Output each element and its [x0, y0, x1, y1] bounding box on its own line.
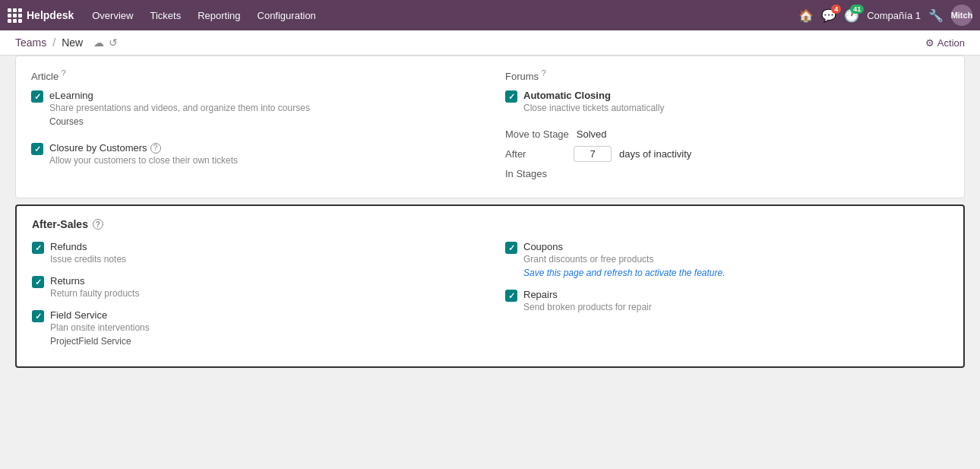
- closure-desc: Allow your customers to close their own …: [49, 155, 238, 166]
- nav-configuration[interactable]: Configuration: [250, 7, 324, 24]
- breadcrumb-separator: /: [52, 36, 55, 49]
- in-stages-label: In Stages: [505, 168, 566, 179]
- in-stages-row: In Stages: [505, 168, 949, 179]
- cloud-upload-icon[interactable]: ☁: [93, 36, 104, 49]
- field-service-label: Field Service: [50, 309, 150, 321]
- coupons-row: Coupons Grant discounts or free products…: [505, 241, 948, 278]
- elearning-label: eLearning: [49, 90, 310, 101]
- field-service-desc: Plan onsite interventions: [50, 322, 150, 333]
- field-service-sub: ProjectField Service: [50, 336, 150, 347]
- company-name: Compañía 1: [867, 10, 921, 21]
- coupons-desc: Grant discounts or free products: [523, 254, 726, 265]
- closure-label: Closure by Customers: [49, 142, 147, 154]
- messages-badge: 4: [831, 5, 841, 14]
- field-service-checkbox[interactable]: [32, 310, 44, 322]
- article-help-icon[interactable]: ?: [62, 68, 66, 78]
- grid-icon: [8, 8, 22, 23]
- messages-icon-btn[interactable]: 💬 4: [821, 8, 836, 23]
- after-sales-help-icon[interactable]: ?: [93, 219, 103, 230]
- returns-desc: Return faulty products: [50, 288, 139, 299]
- elearning-row: eLearning Share presentations and videos…: [31, 90, 475, 127]
- activity-badge: 41: [850, 5, 864, 14]
- move-to-stage-label: Move to Stage: [505, 128, 569, 140]
- repairs-row: Repairs Send broken products for repair: [505, 289, 948, 312]
- breadcrumb-teams[interactable]: Teams: [15, 36, 46, 49]
- after-label: After: [505, 148, 566, 160]
- after-sales-left: Refunds Issue credits notes Returns Retu…: [32, 241, 475, 354]
- refunds-label: Refunds: [50, 241, 126, 252]
- activity-icon-btn[interactable]: 🕐 41: [844, 8, 859, 23]
- auto-closing-checkbox[interactable]: [505, 90, 517, 103]
- app-name: Helpdesk: [27, 9, 74, 21]
- closure-row: Closure by Customers ? Allow your custom…: [31, 142, 475, 166]
- left-panel: Article ? eLearning Share presentations …: [31, 68, 475, 185]
- forums-label: Forums: [505, 71, 539, 82]
- move-to-stage-value: Solved: [577, 128, 607, 140]
- elearning-sub: Courses: [49, 116, 310, 127]
- nav-reporting[interactable]: Reporting: [190, 7, 248, 24]
- top-navigation: Helpdesk Overview Tickets Reporting Conf…: [0, 0, 980, 30]
- action-menu[interactable]: ⚙ Action: [925, 37, 965, 49]
- right-panel: Forums ? Automatic Closing Close inactiv…: [505, 68, 949, 185]
- days-of-inactivity-text: days of inactivity: [619, 148, 691, 160]
- breadcrumb-current: New: [62, 36, 83, 49]
- coupons-label: Coupons: [523, 241, 726, 252]
- action-label: Action: [937, 37, 965, 49]
- auto-closing-row: Automatic Closing Close inactive tickets…: [505, 90, 949, 121]
- repairs-label: Repairs: [523, 289, 652, 300]
- app-logo[interactable]: Helpdesk: [8, 8, 74, 23]
- coupons-checkbox[interactable]: [505, 242, 517, 254]
- repairs-desc: Send broken products for repair: [523, 302, 652, 312]
- refunds-row: Refunds Issue credits notes: [32, 241, 475, 265]
- forums-help-icon[interactable]: ?: [542, 68, 546, 78]
- avatar[interactable]: Mitch: [951, 5, 972, 26]
- after-sales-right: Coupons Grant discounts or free products…: [505, 241, 948, 354]
- returns-label: Returns: [50, 275, 139, 287]
- article-label: Article: [31, 71, 58, 82]
- after-sales-title: After-Sales ?: [32, 218, 948, 230]
- nav-overview[interactable]: Overview: [84, 7, 141, 24]
- days-input[interactable]: [574, 146, 612, 162]
- refresh-icon[interactable]: ↺: [109, 36, 118, 49]
- refunds-desc: Issue credits notes: [50, 254, 126, 265]
- auto-closing-title: Automatic Closing: [523, 90, 664, 101]
- top-section: Article ? eLearning Share presentations …: [15, 55, 965, 198]
- repairs-checkbox[interactable]: [505, 290, 517, 302]
- elearning-desc: Share presentations and videos, and orga…: [49, 103, 310, 113]
- returns-checkbox[interactable]: [32, 276, 44, 288]
- nav-tickets[interactable]: Tickets: [142, 7, 188, 24]
- breadcrumb-bar: Teams / New ☁ ↺ ⚙ Action: [0, 30, 980, 55]
- move-to-stage-row: Move to Stage Solved: [505, 128, 949, 140]
- closure-checkbox[interactable]: [31, 143, 43, 155]
- elearning-checkbox[interactable]: [31, 90, 43, 103]
- after-days-row: After days of inactivity: [505, 146, 949, 162]
- main-content: Article ? eLearning Share presentations …: [0, 55, 980, 464]
- settings-icon-btn[interactable]: 🔧: [928, 8, 944, 23]
- auto-closing-desc: Close inactive tickets automatically: [523, 103, 664, 113]
- closure-help-icon[interactable]: ?: [150, 143, 161, 154]
- returns-row: Returns Return faulty products: [32, 275, 475, 299]
- home-icon-btn[interactable]: 🏠: [798, 8, 814, 23]
- refunds-checkbox[interactable]: [32, 242, 44, 254]
- breadcrumb-icons: ☁ ↺: [93, 36, 118, 49]
- nav-menu: Overview Tickets Reporting Configuration: [84, 7, 794, 24]
- top-nav-right: 🏠 💬 4 🕐 41 Compañía 1 🔧 Mitch: [798, 5, 972, 26]
- coupon-note: Save this page and refresh to activate t…: [523, 268, 726, 278]
- field-service-row: Field Service Plan onsite interventions …: [32, 309, 475, 347]
- after-sales-section: After-Sales ? Refunds Issue credits note…: [15, 204, 965, 368]
- gear-icon: ⚙: [925, 37, 934, 49]
